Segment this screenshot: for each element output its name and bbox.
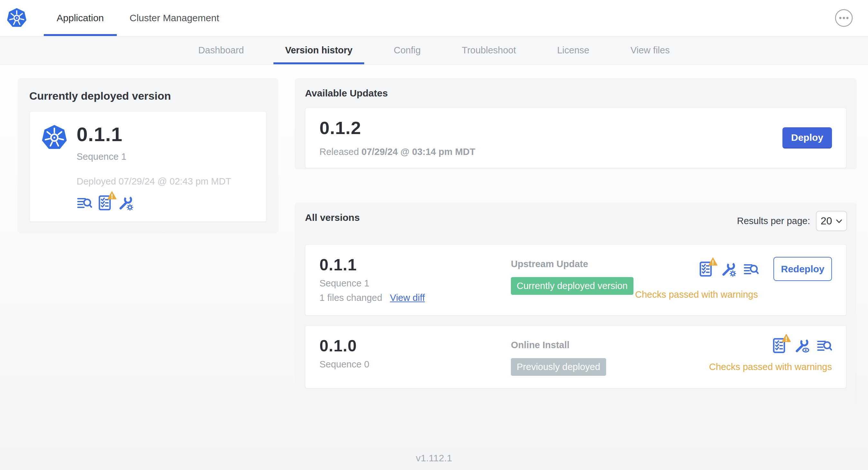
deploy-button[interactable]: Deploy: [782, 127, 832, 148]
more-menu-button[interactable]: [835, 9, 853, 27]
row-source-label: Upstream Update: [511, 259, 633, 269]
ellipsis-icon: [835, 9, 853, 27]
update-released-line: Released07/29/24 @ 03:14 pm MDT: [319, 146, 475, 157]
released-label: Released: [319, 146, 359, 157]
row-version-number: 0.1.1: [319, 257, 511, 273]
currently-deployed-card: Currently deployed version 0.1.1: [18, 78, 278, 233]
tab-application-label: Application: [57, 12, 104, 24]
currently-deployed-title: Currently deployed version: [29, 90, 267, 102]
preflight-checks-warning-icon[interactable]: [772, 338, 787, 353]
view-config-icon[interactable]: [794, 338, 809, 353]
warning-triangle-icon: [708, 258, 717, 266]
app-header: Application Cluster Management: [0, 0, 868, 36]
app-subnav: Dashboard Version history Config Trouble…: [0, 36, 868, 65]
warning-triangle-icon: [782, 334, 791, 342]
checks-status-text: Checks passed with warnings: [635, 289, 758, 300]
subnav-tab-dashboard-label: Dashboard: [198, 45, 244, 56]
view-diff-link[interactable]: View diff: [390, 293, 425, 303]
view-diff-icon[interactable]: [76, 195, 92, 210]
app-footer: v1.112.1: [0, 452, 868, 464]
deployed-sequence-label: Sequence 1: [76, 152, 231, 162]
subnav-tab-version-history-label: Version history: [285, 45, 352, 56]
update-version-number: 0.1.2: [319, 119, 475, 137]
edit-config-icon[interactable]: [721, 261, 736, 277]
view-diff-icon[interactable]: [816, 338, 832, 353]
warning-triangle-icon: [107, 191, 117, 200]
currently-deployed-badge: Currently deployed version: [511, 277, 633, 295]
available-update-row: 0.1.2 Released07/29/24 @ 03:14 pm MDT De…: [305, 108, 846, 168]
currently-deployed-version-panel: 0.1.1 Sequence 1 Deployed 07/29/24 @ 02:…: [29, 111, 267, 222]
row-version-number: 0.1.0: [319, 338, 511, 354]
kubernetes-app-icon: [41, 125, 68, 210]
subnav-tab-license[interactable]: License: [546, 36, 601, 64]
all-versions-card: All versions Results per page: 20 0.1.1 …: [295, 203, 857, 406]
results-per-page-label: Results per page:: [737, 216, 810, 226]
tab-cluster-management-label: Cluster Management: [130, 12, 219, 24]
preflight-checks-warning-icon[interactable]: [698, 261, 714, 277]
view-diff-icon[interactable]: [743, 261, 758, 277]
subnav-tab-view-files-label: View files: [630, 45, 670, 56]
subnav-tab-license-label: License: [557, 45, 589, 56]
chevron-down-icon: [836, 219, 842, 224]
subnav-tab-troubleshoot[interactable]: Troubleshoot: [451, 36, 528, 64]
tab-application[interactable]: Application: [44, 0, 117, 36]
results-per-page-value: 20: [821, 215, 832, 227]
results-per-page-select[interactable]: 20: [816, 211, 847, 231]
available-updates-title: Available Updates: [305, 88, 846, 99]
version-row-0-1-1: 0.1.1 Sequence 1 1 files changed View di…: [305, 244, 846, 316]
files-changed-label: 1 files changed: [319, 293, 382, 303]
subnav-tab-view-files[interactable]: View files: [619, 36, 681, 64]
row-sequence-label: Sequence 0: [319, 359, 511, 370]
subnav-tab-dashboard[interactable]: Dashboard: [187, 36, 255, 64]
edit-config-icon[interactable]: [118, 195, 133, 210]
released-date: 07/29/24 @ 03:14 pm MDT: [362, 146, 475, 157]
subnav-tab-config-label: Config: [394, 45, 421, 56]
version-row-0-1-0: 0.1.0 Sequence 0 Online Install Previous…: [305, 325, 846, 388]
row-source-label: Online Install: [511, 340, 606, 350]
checks-status-text: Checks passed with warnings: [709, 362, 832, 372]
subnav-tab-version-history[interactable]: Version history: [274, 36, 364, 64]
kubernetes-logo-icon: [6, 0, 27, 36]
subnav-tab-troubleshoot-label: Troubleshoot: [462, 45, 516, 56]
subnav-tab-config[interactable]: Config: [382, 36, 432, 64]
preflight-checks-warning-icon[interactable]: [97, 195, 113, 210]
deployed-date-label: Deployed 07/29/24 @ 02:43 pm MDT: [76, 176, 231, 187]
previously-deployed-badge: Previously deployed: [511, 358, 606, 376]
console-version-label: v1.112.1: [416, 452, 452, 463]
available-updates-card: Available Updates 0.1.2 Released07/29/24…: [295, 78, 857, 169]
deployed-version-number: 0.1.1: [76, 125, 231, 144]
redeploy-button[interactable]: Redeploy: [773, 257, 832, 281]
tab-cluster-management[interactable]: Cluster Management: [117, 0, 232, 36]
row-sequence-label: Sequence 1: [319, 278, 511, 289]
